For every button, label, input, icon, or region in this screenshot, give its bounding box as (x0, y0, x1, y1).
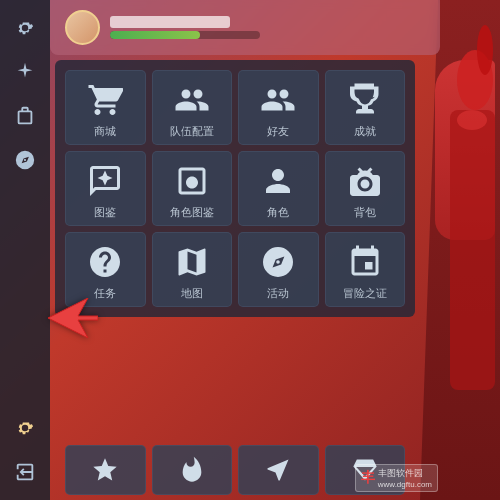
menu-item-activity[interactable]: 活动 (238, 232, 319, 307)
player-name-bar (110, 16, 230, 28)
menu-item-backpack[interactable]: 背包 (325, 151, 406, 226)
exp-bar-fill (110, 31, 200, 39)
menu-item-char-collection[interactable]: 角色图鉴 (152, 151, 233, 226)
sidebar-gear-icon[interactable] (7, 410, 43, 446)
collection-icon (85, 161, 125, 201)
menu-grid-container: 商城 队伍配置 好友 (55, 60, 415, 317)
shop-label: 商城 (94, 124, 116, 139)
menu-item-character[interactable]: 角色 (238, 151, 319, 226)
team-icon (172, 80, 212, 120)
activity-icon (258, 242, 298, 282)
svg-point-1 (477, 25, 493, 75)
sidebar-briefcase-icon[interactable] (7, 98, 43, 134)
friends-icon (258, 80, 298, 120)
shop-icon (85, 80, 125, 120)
watermark-site-name: 丰图软件园 (378, 467, 432, 480)
collection-label: 图鉴 (94, 205, 116, 220)
achievement-icon (345, 80, 385, 120)
top-header (50, 0, 440, 55)
character-decoration (420, 0, 500, 500)
character-icon (258, 161, 298, 201)
adventure-icon (345, 242, 385, 282)
quest-icon (85, 242, 125, 282)
player-info (110, 16, 260, 39)
menu-grid: 商城 队伍配置 好友 (65, 70, 405, 307)
menu-item-collection[interactable]: 图鉴 (65, 151, 146, 226)
bottom-icon-star[interactable] (65, 445, 146, 495)
svg-rect-2 (450, 110, 495, 390)
backpack-label: 背包 (354, 205, 376, 220)
svg-point-3 (457, 110, 487, 130)
achievement-label: 成就 (354, 124, 376, 139)
watermark-url: www.dgftu.com (378, 480, 432, 489)
bottom-icon-flame[interactable] (152, 445, 233, 495)
watermark: 丰 丰图软件园 www.dgftu.com (355, 464, 438, 492)
friends-label: 好友 (267, 124, 289, 139)
backpack-icon (345, 161, 385, 201)
sidebar-compass-icon[interactable] (7, 142, 43, 178)
menu-item-team[interactable]: 队伍配置 (152, 70, 233, 145)
bottom-icon-wing[interactable] (238, 445, 319, 495)
sidebar-sparkle-icon[interactable] (7, 54, 43, 90)
sidebar-camera-icon[interactable] (7, 10, 43, 46)
menu-item-achievement[interactable]: 成就 (325, 70, 406, 145)
menu-item-adventure[interactable]: 冒险之证 (325, 232, 406, 307)
map-icon (172, 242, 212, 282)
player-avatar (65, 10, 100, 45)
character-silhouette (420, 0, 500, 500)
team-label: 队伍配置 (170, 124, 214, 139)
char-collection-icon (172, 161, 212, 201)
sidebar-exit-icon[interactable] (7, 454, 43, 490)
map-label: 地图 (181, 286, 203, 301)
watermark-logo-icon: 丰 (361, 469, 375, 487)
adventure-label: 冒险之证 (343, 286, 387, 301)
menu-item-shop[interactable]: 商城 (65, 70, 146, 145)
left-sidebar (0, 0, 50, 500)
menu-item-map[interactable]: 地图 (152, 232, 233, 307)
menu-item-friends[interactable]: 好友 (238, 70, 319, 145)
svg-marker-4 (48, 298, 98, 338)
activity-label: 活动 (267, 286, 289, 301)
char-collection-label: 角色图鉴 (170, 205, 214, 220)
exp-bar (110, 31, 260, 39)
character-label: 角色 (267, 205, 289, 220)
arrow-indicator (48, 290, 98, 338)
